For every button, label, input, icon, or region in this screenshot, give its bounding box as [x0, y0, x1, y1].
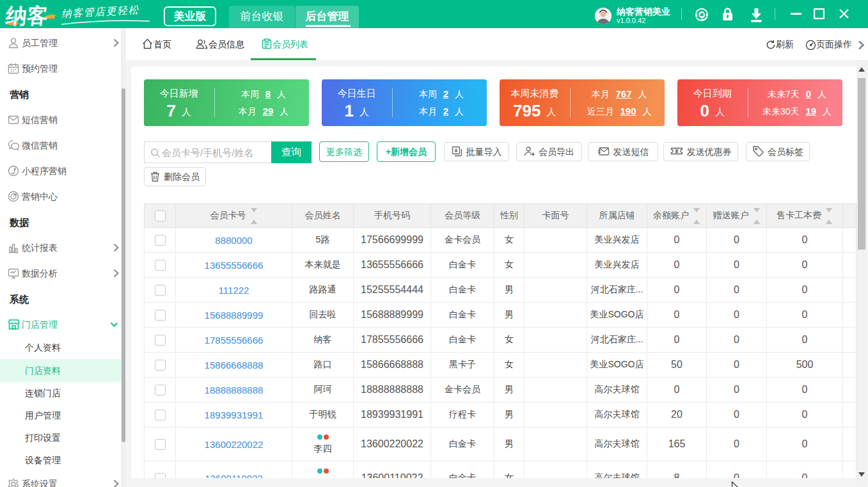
svg-text:纳客管店更轻松: 纳客管店更轻松 [61, 5, 139, 19]
svg-text:纳客: 纳客 [5, 4, 49, 28]
